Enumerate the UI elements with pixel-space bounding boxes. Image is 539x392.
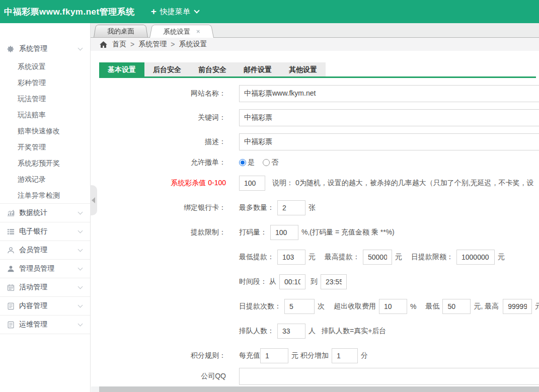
sidebar-subitem-odds-quick-edit[interactable]: 赔率快速修改 <box>0 123 90 139</box>
sidebar-subitem-system-settings[interactable]: 系统设置 <box>0 58 90 74</box>
sidebar-item-content-management[interactable]: 内容管理 <box>0 296 90 315</box>
points-add-input[interactable] <box>332 348 358 363</box>
fee-max-unit: 元 <box>535 302 539 311</box>
form-row-keywords: 关键词： <box>99 109 539 126</box>
bank-card-sublabel: 最多数量： <box>239 203 274 212</box>
tab-other-settings[interactable]: 其他设置 <box>280 62 326 76</box>
allow-cancel-yes-radio[interactable] <box>239 159 246 166</box>
scrollbar-thumb[interactable] <box>99 386 539 392</box>
max-withdraw-label: 最高提款： <box>325 253 360 262</box>
time-to-input[interactable] <box>321 274 347 289</box>
allow-cancel-no-radio[interactable] <box>263 159 270 166</box>
chevron-down-icon <box>78 303 83 308</box>
kill-value-input[interactable] <box>239 176 265 191</box>
sidebar-subitem-draw-management[interactable]: 开奖管理 <box>0 139 90 155</box>
fee-max-input[interactable] <box>503 299 532 314</box>
ops-icon <box>7 321 15 329</box>
sidebar-item-ops-management[interactable]: 运维管理 <box>0 315 90 334</box>
dama-sublabel: 打码量： <box>239 228 267 237</box>
sidebar-item-e-banking[interactable]: 电子银行 <box>0 222 90 241</box>
breadcrumb-separator: > <box>171 40 175 48</box>
points-recharge-input[interactable] <box>260 348 288 363</box>
bank-card-max-input[interactable] <box>277 200 305 215</box>
admin-icon <box>7 265 15 273</box>
daily-times-label: 日提款次数： <box>239 302 281 311</box>
queue-label: 排队人数： <box>239 327 274 336</box>
chevron-down-icon <box>78 210 83 215</box>
fee-min-input[interactable] <box>442 299 471 314</box>
form-row-daily-times: 日提款次数： 次 超出收取费用 % 最低 元, 最高 元 <box>99 299 539 314</box>
active-tab-underline <box>99 76 536 78</box>
form-row-site-name: 网站名称： <box>99 85 539 102</box>
description-input[interactable] <box>239 133 539 150</box>
sidebar-subitem-bet-anomaly-check[interactable]: 注单异常检测 <box>0 187 90 203</box>
allow-cancel-label: 允许撤单： <box>99 158 226 167</box>
tab-backend-security[interactable]: 后台安全 <box>144 62 190 76</box>
form-row-points: 积分规则： 每充值 元 积分增加 分 <box>99 348 539 363</box>
daily-limit-unit: 元 <box>498 253 505 262</box>
form-row-description: 描述： <box>99 133 539 150</box>
sidebar-item-data-statistics[interactable]: 数据统计 <box>0 203 90 222</box>
sidebar-divider <box>0 334 90 334</box>
form-row-withdraw-amounts: 最低提款： 元 最高提款： 元 日提款限额： 元 <box>99 250 539 265</box>
sidebar-item-label: 系统管理 <box>19 44 79 53</box>
sidebar-subitem-system-pre-draw[interactable]: 系统彩预开奖 <box>0 155 90 171</box>
dama-input[interactable] <box>270 225 298 240</box>
tab-my-desktop[interactable]: 我的桌面 <box>94 25 148 37</box>
chevron-down-icon <box>78 284 83 289</box>
sidebar-subitem-play-odds[interactable]: 玩法赔率 <box>0 107 90 123</box>
form-row-allow-cancel: 允许撤单： 是 否 <box>99 158 539 168</box>
tab-frontend-security[interactable]: 前台安全 <box>190 62 235 76</box>
daily-times-input[interactable] <box>284 299 315 314</box>
max-withdraw-unit: 元 <box>395 253 402 262</box>
max-withdraw-input[interactable] <box>363 250 392 265</box>
withdraw-limit-label: 提款限制： <box>99 228 226 237</box>
company-qq-input[interactable] <box>239 368 539 385</box>
points-prefix: 每充值 <box>239 351 260 360</box>
sidebar: 系统管理 系统设置 彩种管理 玩法管理 玩法赔率 赔率快速修改 开奖管理 系统彩… <box>0 23 91 392</box>
content-icon <box>7 302 15 310</box>
sidebar-item-label: 运维管理 <box>19 320 79 329</box>
tab-basic-settings[interactable]: 基本设置 <box>99 62 144 76</box>
breadcrumb: 首页 > 系统管理 > 系统设置 <box>91 38 539 51</box>
sidebar-subitem-game-records[interactable]: 游戏记录 <box>0 171 90 187</box>
settings-tab-bar: 基本设置 后台安全 前台安全 邮件设置 其他设置 <box>99 62 326 76</box>
sidebar-item-system-management[interactable]: 系统管理 <box>0 39 90 58</box>
fee-input[interactable] <box>379 299 407 314</box>
breadcrumb-system-management[interactable]: 系统管理 <box>138 40 167 49</box>
chevron-down-icon <box>78 228 83 233</box>
sidebar-subitem-play-management[interactable]: 玩法管理 <box>0 91 90 107</box>
gear-icon <box>7 45 15 53</box>
min-withdraw-input[interactable] <box>277 250 305 265</box>
form-row-bank-card: 绑定银行卡： 最多数量： 张 <box>99 200 539 215</box>
sidebar-collapse-handle[interactable] <box>90 185 97 215</box>
chevron-down-icon <box>78 247 83 252</box>
sidebar-subitem-lottery-types[interactable]: 彩种管理 <box>0 74 90 91</box>
quick-menu-button[interactable]: + 快捷菜单 <box>151 6 199 17</box>
sidebar-item-label: 内容管理 <box>19 301 79 310</box>
horizontal-scrollbar[interactable] <box>91 386 539 392</box>
time-from-input[interactable] <box>279 274 305 289</box>
radio-no-label: 否 <box>271 158 278 167</box>
min-withdraw-unit: 元 <box>309 253 316 262</box>
queue-input[interactable] <box>277 324 305 339</box>
keywords-input[interactable] <box>239 109 539 126</box>
queue-note: 排队人数=真实+后台 <box>322 327 386 336</box>
sidebar-item-admin-management[interactable]: 管理员管理 <box>0 259 90 278</box>
tab-system-settings[interactable]: 系统设置× <box>149 25 214 38</box>
sidebar-item-label: 数据统计 <box>19 208 79 217</box>
site-name-input[interactable] <box>239 85 539 102</box>
chart-icon <box>7 209 15 217</box>
sidebar-item-activity-management[interactable]: 活动管理 <box>0 278 90 296</box>
tab-label: 系统设置 <box>163 28 191 35</box>
plus-icon: + <box>151 6 157 17</box>
close-icon[interactable]: × <box>196 28 200 35</box>
site-name-label: 网站名称： <box>99 89 226 98</box>
tab-mail-settings[interactable]: 邮件设置 <box>235 62 280 76</box>
keywords-label: 关键词： <box>99 113 226 122</box>
daily-limit-input[interactable] <box>456 250 495 265</box>
sidebar-item-member-management[interactable]: 会员管理 <box>0 241 90 259</box>
content-area: 我的桌面 系统设置× 首页 > 系统管理 > 系统设置 基本设置 后台 <box>91 23 539 392</box>
calendar-icon <box>7 283 15 291</box>
breadcrumb-home[interactable]: 首页 <box>112 40 126 49</box>
